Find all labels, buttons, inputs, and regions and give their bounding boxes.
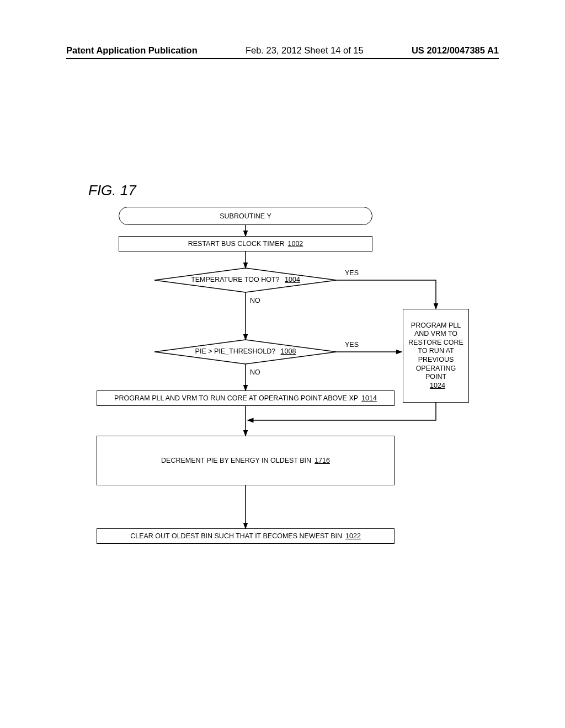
page: Patent Application Publication Feb. 23, …: [0, 0, 565, 728]
terminator-start-label: SUBROUTINE Y: [220, 212, 271, 220]
process-1716: DECREMENT PIE BY ENERGY IN OLDEST BIN 17…: [97, 436, 395, 485]
process-1022: CLEAR OUT OLDEST BIN SUCH THAT IT BECOME…: [97, 528, 395, 544]
decision-1008-label: PIE > PIE_THRESHOLD? 1008: [154, 347, 337, 355]
process-1716-label: DECREMENT PIE BY ENERGY IN OLDEST BIN: [161, 457, 311, 464]
process-1014-ref: 1014: [361, 394, 377, 402]
flowchart-arrows: [0, 0, 565, 728]
process-1014: PROGRAM PLL AND VRM TO RUN CORE AT OPERA…: [97, 390, 395, 406]
process-1024-ref: 1024: [430, 382, 445, 390]
process-1024: PROGRAM PLL AND VRM TO RESTORE CORE TO R…: [403, 309, 469, 403]
decision-1004-yes: YES: [345, 269, 359, 277]
process-1002-label: RESTART BUS CLOCK TIMER: [188, 240, 285, 248]
process-1014-label: PROGRAM PLL AND VRM TO RUN CORE AT OPERA…: [114, 394, 358, 402]
process-1716-ref: 1716: [315, 457, 330, 464]
decision-1004-label: TEMPERATURE TOO HOT? 1004: [154, 276, 337, 283]
process-1022-label: CLEAR OUT OLDEST BIN SUCH THAT IT BECOME…: [130, 532, 342, 540]
decision-1008-no: NO: [250, 368, 260, 376]
decision-1008-yes: YES: [345, 341, 359, 349]
process-1002: RESTART BUS CLOCK TIMER 1002: [119, 236, 372, 251]
process-1022-ref: 1022: [345, 532, 361, 540]
process-1024-label: PROGRAM PLL AND VRM TO RESTORE CORE TO R…: [407, 322, 465, 382]
decision-1004-no: NO: [250, 297, 260, 304]
terminator-start: SUBROUTINE Y: [119, 207, 372, 225]
process-1002-ref: 1002: [288, 240, 303, 248]
